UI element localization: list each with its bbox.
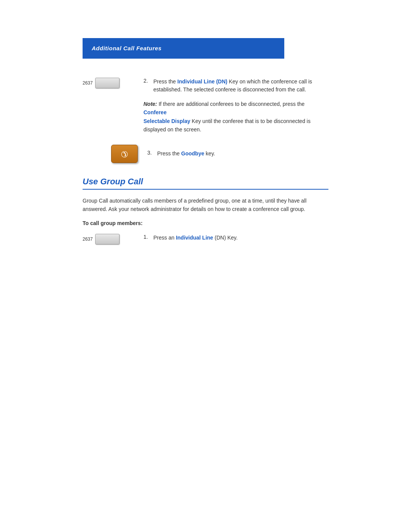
- step-2-link: Individual Line (DN): [177, 78, 227, 85]
- step-3-link: Goodbye: [181, 150, 204, 157]
- step-group1-inline: 1. Press an Individual Line (DN) Key.: [143, 234, 328, 242]
- step-group1-text-part1: Press an: [153, 235, 176, 241]
- step-2-text: Press the Individual Line (DN) Key on wh…: [153, 78, 328, 94]
- step-2-number: 2.: [143, 78, 151, 84]
- section-description: Group Call automatically calls members o…: [83, 197, 328, 214]
- header-banner: Additional Call Features: [83, 38, 284, 59]
- dn-label-group1: 2637: [83, 236, 93, 242]
- step-group1-text: Press an Individual Line (DN) Key.: [153, 234, 328, 242]
- main-content: 2637 2. Press the Individual Line (DN) K…: [0, 59, 411, 267]
- step-2-row: 2637 2. Press the Individual Line (DN) K…: [83, 78, 328, 134]
- step-3-inline: 3. Press the Goodbye key.: [147, 150, 328, 158]
- step-group1-text-part2: (DN) Key.: [213, 235, 237, 241]
- step-3-text-part2: key.: [204, 150, 215, 157]
- note-block: Note: If there are additional conferees …: [143, 100, 328, 134]
- step-group1-link: Individual Line: [176, 235, 213, 241]
- step-3-text-part1: Press the: [157, 150, 181, 157]
- note-text-part1: If there are additional conferees to be …: [157, 101, 305, 107]
- dn-label-step2: 2637: [83, 80, 93, 86]
- note-bold-label: Note:: [143, 101, 157, 107]
- goodbye-key-button[interactable]: ✆: [111, 145, 138, 163]
- subsection-label: To call group members:: [83, 220, 328, 226]
- step-3-number: 3.: [147, 150, 155, 156]
- note-link2: Selectable Display: [143, 118, 190, 124]
- step-3-icon-area: ✆: [102, 145, 147, 163]
- step-group1-row: 2637 1. Press an Individual Line (DN) Ke…: [83, 234, 328, 244]
- step-group1-content: 1. Press an Individual Line (DN) Key.: [143, 234, 328, 242]
- step-2-content: 2. Press the Individual Line (DN) Key on…: [143, 78, 328, 134]
- note-link1: Conferee: [143, 109, 167, 115]
- step-2-text-part1: Press the: [153, 78, 177, 85]
- step-3-row: ✆ 3. Press the Goodbye key.: [83, 145, 328, 163]
- step-3-text: Press the Goodbye key.: [157, 150, 328, 158]
- step-2-inline: 2. Press the Individual Line (DN) Key on…: [143, 78, 328, 94]
- page: Additional Call Features 2637 2. Press t…: [0, 38, 411, 532]
- step-group1-icon-area: 2637: [83, 234, 143, 244]
- step-2-icon-area: 2637: [83, 78, 143, 88]
- phone-icon: ✆: [118, 148, 130, 160]
- header-banner-title: Additional Call Features: [92, 45, 162, 51]
- step-3-content: 3. Press the Goodbye key.: [147, 150, 328, 158]
- dn-key-button-group1[interactable]: [95, 234, 119, 244]
- dn-key-button-step2[interactable]: [95, 78, 119, 88]
- step-group1-number: 1.: [143, 234, 151, 240]
- section-heading: Use Group Call: [83, 177, 328, 190]
